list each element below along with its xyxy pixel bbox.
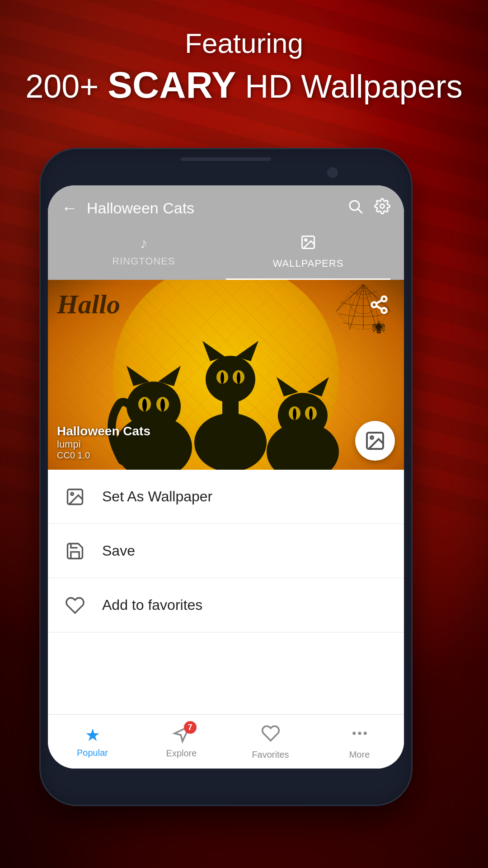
heart-icon	[61, 592, 89, 619]
nav-popular[interactable]: ★ Popular	[48, 725, 137, 758]
svg-point-19	[142, 399, 147, 411]
svg-point-51	[353, 732, 355, 734]
bottom-nav: ★ Popular 7 Explore	[48, 714, 404, 769]
explore-badge: 7	[184, 721, 197, 734]
ringtones-icon: ♪	[140, 234, 148, 252]
image-author: lumpi	[57, 439, 150, 450]
app-header: ← Halloween Cats	[48, 185, 404, 280]
phone-camera	[326, 166, 339, 179]
nav-more[interactable]: More	[315, 724, 404, 760]
svg-marker-33	[277, 377, 298, 396]
more-icon	[350, 724, 369, 747]
hero-featuring: Featuring	[0, 27, 488, 59]
tab-ringtones[interactable]: ♪ RINGTONES	[61, 227, 226, 280]
svg-point-47	[71, 492, 74, 495]
svg-point-50	[364, 732, 366, 734]
view-wallpaper-button[interactable]	[355, 421, 395, 461]
set-wallpaper-action[interactable]: Set As Wallpaper	[48, 470, 404, 524]
wallpaper-image: 🕷 Hallo	[48, 280, 404, 470]
svg-point-20	[160, 399, 165, 411]
nav-explore[interactable]: 7 Explore	[137, 725, 226, 759]
phone-mockup: ← Halloween Cats	[41, 149, 411, 805]
nav-favorites[interactable]: Favorites	[226, 724, 315, 760]
app-content: 🕷 Hallo	[48, 280, 404, 769]
image-title: Halloween Cats	[57, 424, 150, 439]
back-button[interactable]: ←	[61, 200, 78, 216]
svg-line-43	[376, 300, 382, 303]
save-action[interactable]: Save	[48, 524, 404, 578]
svg-point-40	[372, 302, 377, 307]
app-title: Halloween Cats	[87, 199, 347, 217]
header-icons	[347, 198, 390, 218]
phone-outer: ← Halloween Cats	[41, 149, 411, 805]
save-label: Save	[102, 542, 135, 559]
svg-point-28	[221, 372, 224, 384]
hero-count-prefix: 200+	[25, 68, 108, 104]
svg-point-32	[278, 393, 328, 438]
halloween-background: 🕷 Hallo	[48, 280, 404, 470]
svg-point-39	[382, 297, 387, 302]
phone-top-bar	[181, 157, 271, 161]
hero-count-bold: SCARY	[108, 64, 236, 105]
popular-label: Popular	[77, 748, 108, 758]
tab-ringtones-label: RINGTONES	[112, 255, 175, 267]
svg-point-38	[309, 408, 313, 420]
favorites-label: Favorites	[252, 750, 289, 760]
set-wallpaper-label: Set As Wallpaper	[102, 488, 212, 505]
svg-point-41	[382, 308, 387, 313]
phone-screen: ← Halloween Cats	[48, 185, 404, 769]
explore-badge-container: 7	[172, 725, 191, 745]
more-label: More	[349, 750, 370, 760]
svg-point-4	[305, 239, 307, 241]
search-icon[interactable]	[347, 198, 363, 218]
hero-count-suffix: HD Wallpapers	[236, 68, 462, 104]
share-button[interactable]	[363, 289, 395, 321]
explore-label: Explore	[166, 748, 197, 759]
tabs: ♪ RINGTONES WALLPAPERS	[61, 227, 390, 280]
image-license: CC0 1.0	[57, 450, 150, 461]
svg-marker-34	[307, 377, 329, 396]
svg-point-49	[359, 732, 361, 734]
svg-line-1	[358, 209, 362, 213]
svg-point-37	[293, 408, 296, 420]
tab-wallpapers-label: WALLPAPERS	[273, 258, 344, 269]
set-wallpaper-icon	[61, 483, 89, 510]
image-info: Halloween Cats lumpi CC0 1.0	[57, 424, 150, 461]
svg-point-23	[206, 356, 255, 403]
tab-wallpapers[interactable]: WALLPAPERS	[226, 227, 390, 280]
wallpapers-icon	[300, 234, 316, 254]
hero-count: 200+ SCARY HD Wallpapers	[0, 64, 488, 106]
svg-point-2	[380, 204, 385, 208]
settings-icon[interactable]	[374, 198, 390, 218]
svg-point-29	[237, 372, 240, 384]
add-favorites-action[interactable]: Add to favorites	[48, 578, 404, 632]
svg-point-45	[371, 436, 373, 439]
hero-section: Featuring 200+ SCARY HD Wallpapers	[0, 27, 488, 106]
add-favorites-label: Add to favorites	[102, 597, 202, 613]
favorites-icon	[261, 724, 280, 747]
popular-icon: ★	[85, 725, 100, 745]
svg-line-42	[376, 306, 382, 309]
save-icon	[61, 538, 89, 565]
app-header-row: ← Halloween Cats	[61, 198, 390, 218]
